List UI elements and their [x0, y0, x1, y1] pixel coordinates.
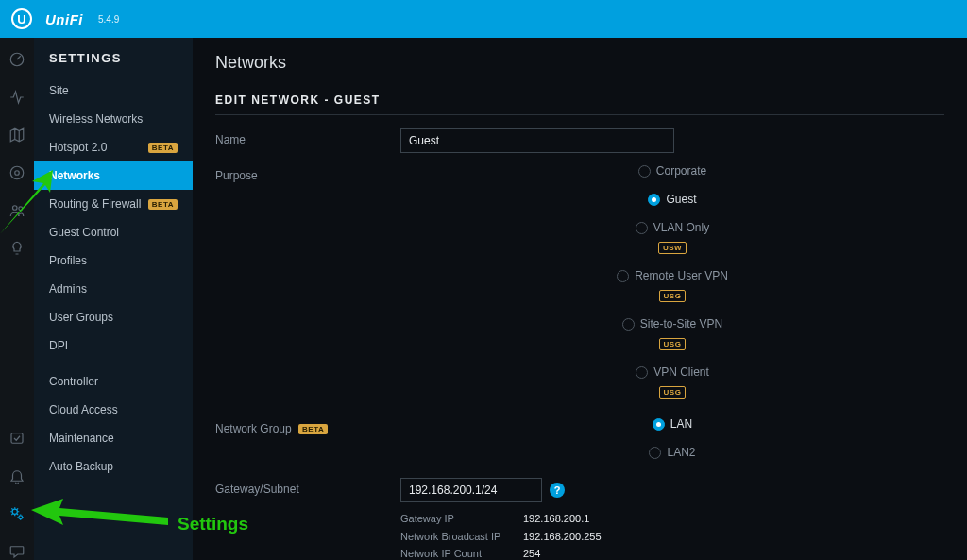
settings-sidebar: SETTINGS SiteWireless NetworksHotspot 2.…	[34, 38, 193, 560]
usw-badge: USW	[658, 242, 687, 254]
settings-icon[interactable]	[8, 505, 25, 522]
purpose-radio-vlan-only[interactable]: VLAN Only	[636, 221, 709, 234]
settings-item-user-groups[interactable]: User Groups	[34, 303, 193, 331]
map-icon[interactable]	[8, 127, 25, 144]
svg-point-2	[15, 171, 20, 176]
purpose-radio-remote-user-vpn[interactable]: Remote User VPN	[617, 269, 728, 282]
network-group-radio-lan[interactable]: LAN	[653, 417, 692, 431]
info-row: Gateway IP192.168.200.1	[400, 510, 944, 528]
version-label: 5.4.9	[98, 14, 119, 25]
beta-badge: BETA	[148, 199, 178, 210]
chat-icon[interactable]	[8, 543, 25, 560]
svg-point-7	[19, 516, 23, 519]
info-row: Network IP Count254	[400, 545, 944, 560]
usg-badge: USG	[659, 290, 687, 302]
purpose-radio-vpn-client[interactable]: VPN Client	[636, 365, 709, 379]
settings-item-routing-firewall[interactable]: Routing & FirewallBETA	[34, 190, 193, 218]
settings-item-cloud-access[interactable]: Cloud Access	[34, 396, 193, 424]
settings-item-networks[interactable]: Networks	[34, 161, 193, 190]
svg-point-6	[12, 509, 17, 514]
settings-item-profiles[interactable]: Profiles	[34, 246, 193, 275]
settings-item-controller[interactable]: Controller	[34, 367, 193, 396]
beta-badge: BETA	[298, 424, 328, 434]
insights-icon[interactable]	[8, 240, 25, 257]
purpose-radio-corporate[interactable]: Corporate	[638, 164, 706, 178]
settings-item-maintenance[interactable]: Maintenance	[34, 424, 193, 452]
settings-item-site[interactable]: Site	[34, 76, 193, 105]
purpose-radio-site-to-site-vpn[interactable]: Site-to-Site VPN	[622, 317, 722, 331]
top-bar: U UniFi 5.4.9	[0, 0, 967, 38]
svg-point-1	[10, 166, 24, 179]
settings-item-guest-control[interactable]: Guest Control	[34, 218, 193, 246]
gateway-input[interactable]	[400, 478, 542, 502]
help-icon[interactable]: ?	[550, 483, 565, 498]
section-title: EDIT NETWORK - GUEST	[215, 93, 944, 115]
settings-heading: SETTINGS	[34, 51, 193, 76]
purpose-radio-guest[interactable]: Guest	[648, 193, 696, 206]
alerts-icon[interactable]	[8, 467, 25, 484]
dashboard-icon[interactable]	[8, 51, 25, 68]
svg-rect-5	[11, 433, 23, 444]
brand-name: UniFi	[45, 11, 83, 27]
events-icon[interactable]	[8, 430, 25, 447]
brand-logo: U	[11, 8, 32, 29]
info-row: Network Broadcast IP192.168.200.255	[400, 528, 944, 546]
settings-item-auto-backup[interactable]: Auto Backup	[34, 452, 193, 481]
settings-item-wireless-networks[interactable]: Wireless Networks	[34, 105, 193, 133]
devices-icon[interactable]	[8, 164, 25, 181]
settings-item-admins[interactable]: Admins	[34, 275, 193, 303]
clients-icon[interactable]	[8, 202, 25, 219]
svg-point-3	[13, 206, 18, 211]
name-input[interactable]	[400, 128, 674, 153]
settings-item-hotspot-2-0[interactable]: Hotspot 2.0BETA	[34, 133, 193, 161]
gateway-label: Gateway/Subnet	[215, 478, 400, 496]
nav-rail	[0, 38, 34, 560]
network-group-radio-lan2[interactable]: LAN2	[649, 446, 695, 459]
page-title: Networks	[215, 53, 944, 73]
beta-badge: BETA	[148, 143, 178, 153]
content-area: Networks EDIT NETWORK - GUEST Name Purpo…	[193, 38, 967, 560]
statistics-icon[interactable]	[8, 89, 25, 106]
usg-badge: USG	[659, 338, 687, 350]
usg-badge: USG	[659, 386, 687, 399]
network-group-label: Network Group BETA	[215, 417, 400, 435]
settings-item-dpi[interactable]: DPI	[34, 331, 193, 360]
purpose-label: Purpose	[215, 164, 400, 182]
svg-point-4	[19, 207, 23, 211]
name-label: Name	[215, 128, 400, 146]
